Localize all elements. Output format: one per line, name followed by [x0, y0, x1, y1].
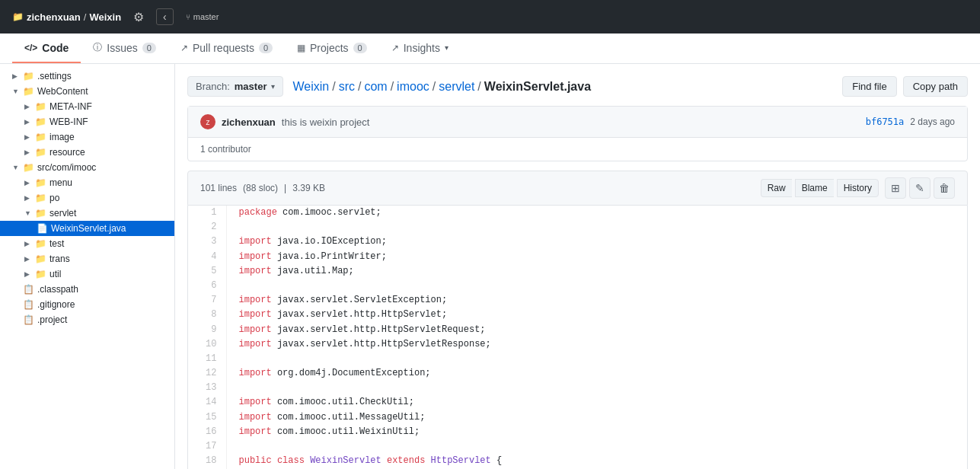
- owner-link[interactable]: zichenxuan: [27, 11, 81, 23]
- list-item[interactable]: ▶ 📁 resource: [0, 145, 174, 160]
- line-number[interactable]: 1: [188, 206, 226, 220]
- commit-username[interactable]: zichenxuan: [222, 116, 276, 128]
- raw-button[interactable]: Raw: [761, 179, 792, 197]
- line-content: [226, 352, 967, 366]
- line-number[interactable]: 5: [188, 264, 226, 279]
- main-layout: ▶ 📁 .settings ▼ 📁 WebContent ▶ 📁 META-IN…: [0, 64, 980, 469]
- list-item[interactable]: 📄 WeixinServlet.java: [0, 221, 174, 236]
- breadcrumb-root[interactable]: Weixin: [292, 80, 329, 94]
- chevron-down-icon: ▼: [12, 88, 20, 95]
- chevron-down-icon: ▼: [12, 164, 20, 171]
- chevron-right-icon: ▶: [24, 118, 32, 126]
- list-item[interactable]: ▶ 📁 .settings: [0, 69, 174, 84]
- chevron-right-icon: ▶: [24, 240, 32, 247]
- line-number[interactable]: 8: [188, 308, 226, 322]
- tree-label: image: [49, 132, 75, 142]
- folder-icon: 📁: [35, 193, 46, 203]
- owner-icon: 📁: [12, 11, 24, 22]
- blame-button[interactable]: Blame: [795, 179, 834, 197]
- list-item[interactable]: ▶ 📁 util: [0, 266, 174, 282]
- table-row: 9import javax.servlet.http.HttpServletRe…: [188, 323, 967, 337]
- list-item[interactable]: ▶ 📁 po: [0, 190, 174, 206]
- folder-icon: 📁: [35, 254, 46, 264]
- list-item[interactable]: ▶ 📁 menu: [0, 175, 174, 190]
- line-number[interactable]: 17: [188, 439, 226, 454]
- line-number[interactable]: 16: [188, 425, 226, 439]
- line-content: import com.imooc.util.CheckUtil;: [226, 395, 967, 410]
- line-number[interactable]: 6: [188, 279, 226, 293]
- tree-label: .classpath: [37, 284, 78, 295]
- code-view: 1package com.imooc.servlet;2 3import jav…: [187, 206, 968, 469]
- line-number[interactable]: 13: [188, 381, 226, 395]
- line-number[interactable]: 18: [188, 454, 226, 468]
- line-number[interactable]: 14: [188, 395, 226, 410]
- line-number[interactable]: 7: [188, 293, 226, 308]
- list-item[interactable]: 📋 .gitignore: [0, 297, 174, 312]
- chevron-right-icon: ▶: [12, 72, 20, 80]
- line-number[interactable]: 9: [188, 323, 226, 337]
- tree-label: WEB-INF: [49, 116, 88, 127]
- branch-select[interactable]: Branch: master ▾: [187, 76, 283, 97]
- table-row: 16import com.imooc.util.WeixinUtil;: [188, 425, 967, 439]
- line-number[interactable]: 12: [188, 366, 226, 381]
- line-content: import org.dom4j.DocumentException;: [226, 366, 967, 381]
- tree-label: .settings: [37, 71, 72, 81]
- breadcrumb-src[interactable]: src: [339, 80, 355, 94]
- copy-path-button[interactable]: Copy path: [903, 76, 968, 97]
- line-number[interactable]: 3: [188, 234, 226, 249]
- line-content: public class WeixinServlet extends HttpS…: [226, 454, 967, 468]
- chevron-down-icon: ▾: [271, 82, 275, 91]
- breadcrumb: Weixin / src / com / imooc / servlet / W…: [292, 80, 591, 94]
- gear-button[interactable]: ⚙: [130, 7, 147, 27]
- tree-label: test: [49, 238, 64, 249]
- tab-insights[interactable]: ↗ Insights ▾: [379, 34, 461, 63]
- tree-label: src/com/imooc: [37, 162, 96, 173]
- list-item[interactable]: ▶ 📁 WEB-INF: [0, 114, 174, 129]
- breadcrumb-com[interactable]: com: [364, 80, 387, 94]
- line-number[interactable]: 2: [188, 220, 226, 234]
- list-item[interactable]: ▶ 📁 META-INF: [0, 99, 174, 114]
- history-button[interactable]: History: [837, 179, 879, 197]
- code-icon: </>: [24, 43, 37, 53]
- tab-pullrequests[interactable]: ↗ Pull requests 0: [168, 34, 285, 63]
- content-area: Branch: master ▾ Weixin / src / com / im…: [175, 64, 980, 469]
- file-tree: ▶ 📁 .settings ▼ 📁 WebContent ▶ 📁 META-IN…: [0, 64, 175, 469]
- breadcrumb-imooc[interactable]: imooc: [397, 80, 429, 94]
- list-item[interactable]: ▼ 📁 servlet: [0, 206, 174, 221]
- line-number[interactable]: 4: [188, 250, 226, 264]
- display-icon-button[interactable]: ⊞: [885, 177, 906, 199]
- back-button[interactable]: ‹: [156, 8, 174, 25]
- tab-code[interactable]: </> Code: [12, 34, 81, 63]
- separator: /: [84, 11, 87, 23]
- list-item[interactable]: ▶ 📁 test: [0, 236, 174, 251]
- list-item[interactable]: ▼ 📁 WebContent: [0, 84, 174, 99]
- list-item[interactable]: 📋 .project: [0, 312, 174, 327]
- line-content: import javax.servlet.ServletException;: [226, 293, 967, 308]
- list-item[interactable]: ▼ 📁 src/com/imooc: [0, 160, 174, 175]
- folder-icon: 📁: [35, 101, 46, 112]
- tree-label: resource: [49, 147, 85, 158]
- commit-sha[interactable]: bf6751a: [866, 116, 905, 127]
- folder-icon: 📁: [23, 162, 34, 173]
- list-item[interactable]: 📋 .classpath: [0, 282, 174, 297]
- line-content: [226, 279, 967, 293]
- line-number[interactable]: 11: [188, 352, 226, 366]
- breadcrumb-servlet[interactable]: servlet: [439, 80, 474, 94]
- tab-projects[interactable]: ▦ Projects 0: [285, 34, 379, 63]
- breadcrumb-filename: WeixinServlet.java: [484, 80, 591, 94]
- line-number[interactable]: 15: [188, 410, 226, 425]
- tab-projects-label: Projects: [310, 42, 349, 54]
- tab-issues-label: Issues: [107, 42, 137, 54]
- find-file-button[interactable]: Find file: [842, 76, 897, 97]
- edit-icon-button[interactable]: ✎: [909, 177, 931, 199]
- list-item[interactable]: ▶ 📁 image: [0, 129, 174, 145]
- pullrequest-icon: ↗: [180, 43, 188, 53]
- tab-issues[interactable]: ⓘ Issues 0: [81, 34, 168, 63]
- list-item[interactable]: ▶ 📁 trans: [0, 251, 174, 266]
- table-row: 17: [188, 439, 967, 454]
- contributors-text: 1 contributor: [200, 144, 251, 155]
- delete-icon-button[interactable]: 🗑: [934, 177, 955, 199]
- table-row: 6: [188, 279, 967, 293]
- repo-link[interactable]: Weixin: [89, 11, 121, 23]
- line-number[interactable]: 10: [188, 337, 226, 352]
